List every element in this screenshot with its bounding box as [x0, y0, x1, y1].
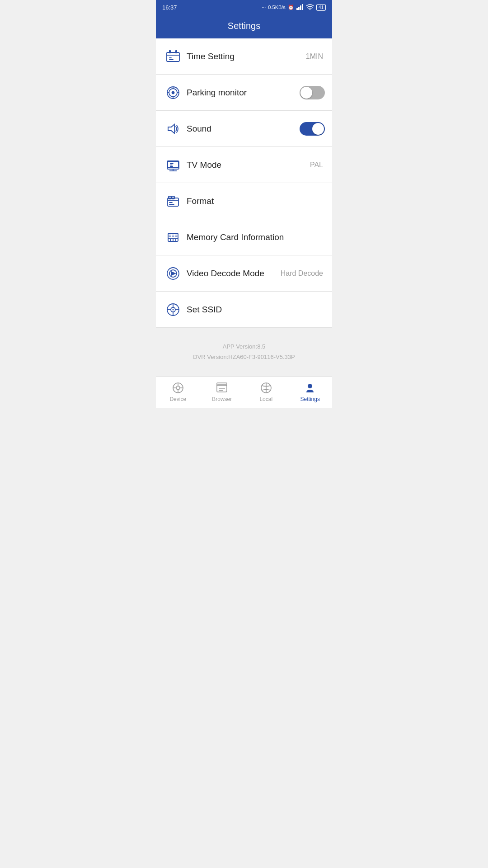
svg-rect-46	[217, 383, 227, 386]
settings-item-time-setting[interactable]: Time Setting 1MIN	[156, 38, 332, 75]
tv-mode-value: PAL	[310, 161, 323, 169]
nav-settings-label: Settings	[300, 396, 320, 402]
nav-item-local[interactable]: Local	[244, 377, 288, 408]
svg-rect-2	[300, 5, 301, 10]
status-dots: ···	[262, 5, 266, 10]
nav-item-device[interactable]: Device	[156, 377, 200, 408]
wifi-icon	[306, 4, 314, 11]
settings-item-format[interactable]: Format	[156, 183, 332, 219]
svg-point-4	[310, 9, 310, 10]
format-label: Format	[187, 196, 325, 206]
svg-rect-17	[168, 161, 178, 168]
svg-rect-5	[167, 52, 179, 61]
signal-icon	[296, 4, 304, 11]
status-bar: 16:37 ··· 0.5KB/s ⏰ 41	[156, 0, 332, 14]
dvr-version: DVR Version:HZA60-F3-90116-V5.33P	[156, 352, 332, 362]
format-icon	[163, 191, 183, 211]
nav-item-settings[interactable]: Settings	[288, 377, 333, 408]
page-header: Settings	[156, 14, 332, 38]
video-decode-icon	[163, 264, 183, 283]
tv-mode-label: TV Mode	[187, 160, 310, 170]
svg-point-40	[176, 386, 180, 390]
svg-point-34	[173, 309, 174, 310]
svg-rect-7	[175, 50, 177, 53]
svg-rect-24	[169, 196, 171, 199]
memory-icon	[163, 227, 183, 247]
video-decode-value: Hard Decode	[281, 269, 323, 278]
settings-item-memory-card[interactable]: Memory Card Information	[156, 219, 332, 255]
set-ssid-label: Set SSID	[187, 305, 325, 315]
time-setting-label: Time Setting	[187, 52, 306, 61]
parking-monitor-label: Parking monitor	[187, 88, 300, 98]
alarm-icon: ⏰	[288, 5, 294, 10]
parking-monitor-toggle[interactable]	[300, 86, 325, 99]
svg-rect-0	[296, 8, 298, 10]
tv-icon	[163, 155, 183, 175]
nav-local-label: Local	[259, 396, 272, 402]
battery-icon: 41	[316, 4, 326, 11]
sound-label: Sound	[187, 124, 300, 134]
settings-list: Time Setting 1MIN Parking monitor	[156, 38, 332, 328]
svg-marker-15	[168, 124, 174, 133]
time-setting-value: 1MIN	[306, 52, 323, 61]
svg-rect-25	[172, 196, 174, 199]
video-decode-label: Video Decode Mode	[187, 269, 281, 278]
svg-point-51	[308, 384, 312, 388]
page-title: Settings	[228, 21, 260, 31]
settings-item-set-ssid[interactable]: Set SSID	[156, 292, 332, 328]
parking-icon	[163, 83, 183, 103]
status-network: 0.5KB/s	[268, 5, 286, 10]
app-version: APP Version:8.5	[156, 341, 332, 352]
svg-rect-6	[169, 50, 171, 53]
memory-card-label: Memory Card Information	[187, 232, 325, 242]
bottom-nav: Device Browser Local Settings	[156, 376, 332, 408]
settings-item-parking-monitor[interactable]: Parking monitor	[156, 75, 332, 111]
sound-icon	[163, 119, 183, 139]
sound-toggle[interactable]	[300, 122, 325, 136]
status-icons: ··· 0.5KB/s ⏰ 41	[262, 4, 326, 11]
settings-item-sound[interactable]: Sound	[156, 111, 332, 147]
ssid-icon	[163, 300, 183, 320]
svg-point-14	[172, 91, 174, 94]
settings-item-tv-mode[interactable]: TV Mode PAL	[156, 147, 332, 183]
time-icon	[163, 47, 183, 66]
nav-device-label: Device	[169, 396, 186, 402]
settings-item-video-decode[interactable]: Video Decode Mode Hard Decode	[156, 255, 332, 292]
version-info: APP Version:8.5 DVR Version:HZA60-F3-901…	[156, 328, 332, 376]
nav-item-browser[interactable]: Browser	[200, 377, 244, 408]
svg-rect-3	[302, 4, 303, 10]
sound-thumb	[312, 123, 324, 135]
parking-monitor-thumb	[300, 87, 312, 99]
status-time: 16:37	[162, 4, 177, 11]
nav-browser-label: Browser	[212, 396, 232, 402]
svg-rect-1	[298, 7, 300, 10]
